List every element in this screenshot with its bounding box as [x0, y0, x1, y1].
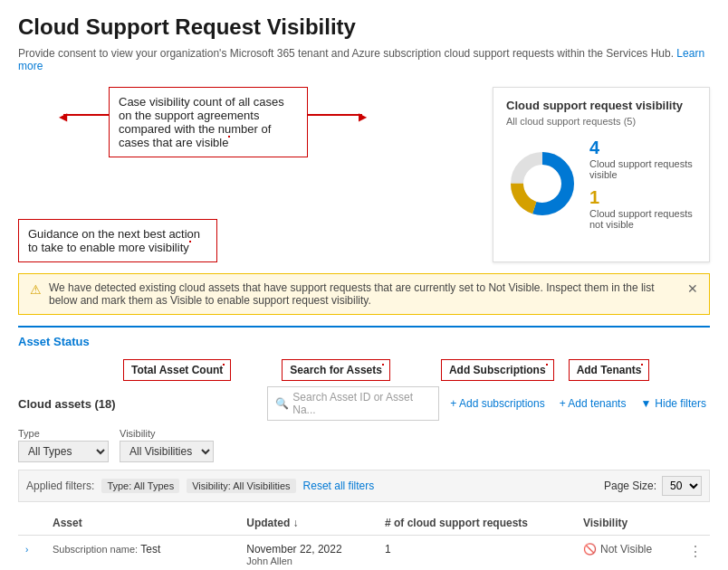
table-body: › Subscription name: Test November 22, 2…: [18, 536, 710, 571]
visibility-filter-select[interactable]: All Visibilities: [120, 441, 214, 462]
updated-cell: November 22, 2022 John Allen: [239, 536, 378, 571]
applied-filters-label: Applied filters:: [26, 480, 94, 492]
asset-name-label: Test: [140, 543, 160, 556]
page-title: Cloud Support Request Visibility: [18, 14, 710, 40]
notification-text: We have detected existing cloud assets t…: [49, 281, 680, 307]
visibility-label: Not Visible: [600, 543, 652, 556]
visible-legend-item: 4 Cloud support requests visible: [589, 138, 696, 180]
hide-filters-button[interactable]: ▼ Hide filters: [637, 394, 710, 413]
visibility-card-subtitle: All cloud support requests (5): [506, 116, 696, 127]
type-filter-tag: Type: All Types: [101, 479, 179, 493]
menu-col-header: [681, 511, 710, 536]
visibility-card-title: Cloud support request visibility: [506, 99, 696, 112]
warning-icon: ⚠: [30, 282, 42, 297]
visibility-card: Cloud support request visibility All clo…: [493, 87, 710, 262]
asset-col-header[interactable]: Asset: [45, 511, 239, 536]
total-asset-count-annotation: Total Asset Count: [123, 359, 231, 381]
search-placeholder: Search Asset ID or Asset Na...: [292, 391, 431, 416]
assets-toolbar: Cloud assets (18) 🔍 Search Asset ID or A…: [18, 386, 710, 421]
add-subscriptions-annotation: Add Subscriptions: [441, 359, 554, 381]
assets-table: Asset Updated ↓ # of cloud support reque…: [18, 511, 710, 570]
type-filter-group: Type All Types: [18, 428, 109, 462]
table-row: › Subscription name: Test November 22, 2…: [18, 536, 710, 571]
requests-cell: 1: [378, 536, 576, 571]
type-filter-label: Type: [18, 428, 109, 439]
page-size-select[interactable]: 50: [662, 476, 702, 496]
guidance-annotation: Guidance on the next best action to take…: [18, 219, 217, 262]
row-menu-button[interactable]: ⋮: [688, 544, 703, 559]
page-size-label: Page Size:: [604, 480, 656, 492]
add-tenants-annotation: Add Tenants: [569, 359, 650, 381]
row-expand-button[interactable]: ›: [25, 545, 28, 555]
search-icon: 🔍: [275, 397, 289, 410]
visibility-filter-group: Visibility All Visibilities: [120, 428, 214, 462]
type-filter-select[interactable]: All Types: [18, 441, 109, 462]
visibility-filter-tag: Visibility: All Visibilities: [187, 479, 295, 493]
filters-row: Type All Types Visibility All Visibiliti…: [18, 428, 710, 462]
asset-status-tab[interactable]: Asset Status: [18, 335, 710, 348]
add-tenants-button[interactable]: + Add tenants: [556, 394, 630, 413]
visibility-badge: 🚫 Not Visible: [583, 543, 674, 556]
visibility-filter-label: Visibility: [120, 428, 214, 439]
consent-bar: Provide consent to view your organizatio…: [18, 47, 710, 72]
reset-filters-link[interactable]: Reset all filters: [303, 480, 375, 492]
visibility-col-header[interactable]: Visibility: [576, 511, 681, 536]
search-assets-annotation: Search for Assets: [282, 359, 390, 381]
notification-close-button[interactable]: ✕: [687, 281, 698, 296]
add-subscriptions-button[interactable]: + Add subscriptions: [446, 394, 548, 413]
filter-icon: ▼: [640, 397, 651, 410]
expand-col-header: [18, 511, 45, 536]
visibility-cell: 🚫 Not Visible: [576, 536, 681, 571]
applied-filters-row: Applied filters: Type: All Types Visibil…: [18, 470, 710, 502]
asset-status-section: Asset Status Total Asset Count Search fo…: [18, 326, 710, 570]
notification-bar: ⚠ We have detected existing cloud assets…: [18, 273, 710, 315]
eye-slash-icon: 🚫: [583, 543, 597, 556]
donut-chart: [506, 147, 579, 220]
row-menu-cell: ⋮: [681, 536, 710, 571]
table-header: Asset Updated ↓ # of cloud support reque…: [18, 511, 710, 536]
case-visibility-annotation: Case visibility count of all cases on th…: [109, 87, 308, 157]
cloud-assets-count-label: Cloud assets (18): [18, 397, 116, 411]
updated-user: John Allen: [246, 556, 370, 566]
chart-legend: 4 Cloud support requests visible 1 Cloud…: [589, 138, 696, 230]
page-size-group: Page Size: 50: [604, 476, 702, 496]
requests-col-header[interactable]: # of cloud support requests: [378, 511, 576, 536]
asset-type-label: Subscription name:: [53, 544, 138, 555]
updated-col-header[interactable]: Updated ↓: [239, 511, 378, 536]
asset-cell: Subscription name: Test: [45, 536, 239, 571]
updated-date: November 22, 2022: [246, 543, 370, 556]
search-assets-input[interactable]: 🔍 Search Asset ID or Asset Na...: [267, 386, 439, 421]
not-visible-legend-item: 1 Cloud support requests not visible: [589, 187, 696, 230]
